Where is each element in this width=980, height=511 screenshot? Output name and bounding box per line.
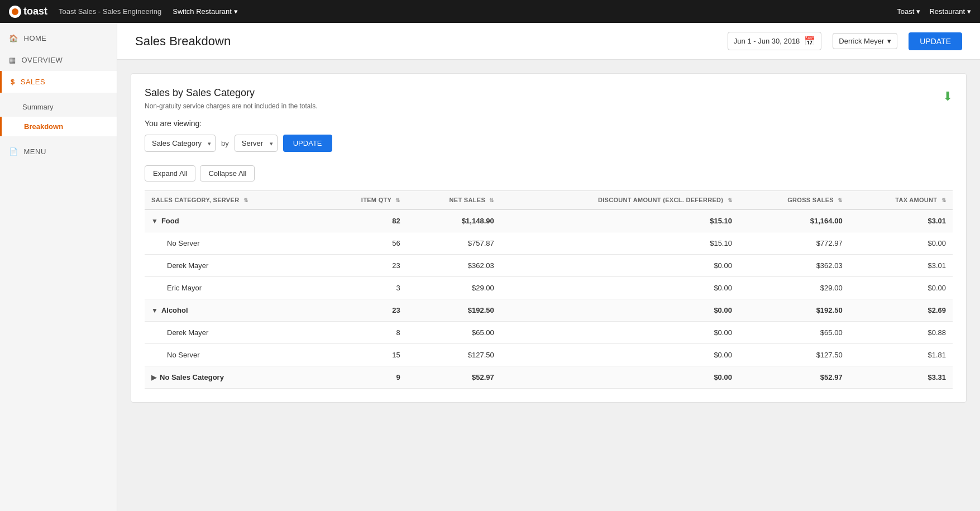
- row-sub-discount: $15.10: [501, 232, 739, 255]
- expand-arrow-icon[interactable]: ▶: [151, 374, 156, 381]
- topnav-right: Toast ▾ Restaurant ▾: [897, 7, 971, 16]
- logo[interactable]: toast: [9, 6, 47, 18]
- sort-icon-net: ⇅: [489, 197, 494, 203]
- row-sub-gross: $29.00: [739, 277, 849, 299]
- table-header-row: SALES CATEGORY, SERVER ⇅ ITEM QTY ⇅ NET …: [145, 191, 953, 210]
- col-header-category[interactable]: SALES CATEGORY, SERVER ⇅: [145, 191, 322, 210]
- page-title: Sales Breakdown: [135, 34, 716, 49]
- by-label: by: [221, 139, 229, 147]
- svg-point-0: [12, 8, 18, 15]
- row-sub-gross: $772.97: [739, 232, 849, 255]
- restaurant-menu-button[interactable]: Restaurant ▾: [929, 7, 971, 16]
- table-row: Derek Mayer 8 $65.00 $0.00 $65.00 $0.88: [145, 322, 953, 344]
- row-qty: 82: [322, 209, 407, 232]
- row-category-name[interactable]: ▼Alcohol: [145, 299, 322, 322]
- row-sub-net: $362.03: [407, 255, 501, 277]
- grid-icon: ▦: [9, 56, 16, 64]
- col-header-tax[interactable]: TAX AMOUNT ⇅: [849, 191, 953, 210]
- sidebar-item-home[interactable]: 🏠 HOME: [0, 27, 117, 49]
- dollar-icon: $: [11, 78, 15, 86]
- app-name: Toast Sales - Sales Engineering: [59, 7, 161, 16]
- sidebar-item-overview[interactable]: ▦ OVERVIEW: [0, 49, 117, 71]
- breakdown-server-select[interactable]: Server: [235, 135, 278, 152]
- calendar-icon: 📅: [804, 36, 815, 46]
- sidebar-item-sales[interactable]: $ SALES: [0, 71, 117, 93]
- row-sub-tax: $0.00: [849, 232, 953, 255]
- row-sub-qty: 8: [322, 322, 407, 344]
- date-picker[interactable]: Jun 1 - Jun 30, 2018 📅: [728, 32, 822, 50]
- download-button[interactable]: ⬇: [943, 89, 953, 104]
- sort-icon-qty: ⇅: [395, 197, 400, 203]
- row-net: $192.50: [407, 299, 501, 322]
- row-sub-discount: $0.00: [501, 344, 739, 366]
- row-sub-qty: 56: [322, 232, 407, 255]
- page-header: Sales Breakdown Jun 1 - Jun 30, 2018 📅 D…: [117, 23, 980, 60]
- collapse-all-button[interactable]: Collapse All: [200, 165, 255, 182]
- row-sub-gross: $127.50: [739, 344, 849, 366]
- row-qty: 9: [322, 366, 407, 389]
- sidebar-item-menu[interactable]: 📄 MENU: [0, 141, 117, 163]
- row-sub-name: No Server: [145, 232, 322, 255]
- row-sub-tax: $1.81: [849, 344, 953, 366]
- download-icon: ⬇: [943, 89, 953, 103]
- expand-all-button[interactable]: Expand All: [145, 165, 195, 182]
- table-row: No Server 15 $127.50 $0.00 $127.50 $1.81: [145, 344, 953, 366]
- card-title: Sales by Sales Category: [145, 87, 318, 99]
- table-row: No Server 56 $757.87 $15.10 $772.97 $0.0…: [145, 232, 953, 255]
- row-sub-name: Derek Mayer: [145, 322, 322, 344]
- date-range-text: Jun 1 - Jun 30, 2018: [734, 37, 800, 45]
- row-category-name[interactable]: ▶No Sales Category: [145, 366, 322, 389]
- topnav: toast Toast Sales - Sales Engineering Sw…: [0, 0, 980, 23]
- row-sub-discount: $0.00: [501, 277, 739, 299]
- row-sub-name: Eric Mayor: [145, 277, 322, 299]
- row-net: $52.97: [407, 366, 501, 389]
- row-sub-net: $65.00: [407, 322, 501, 344]
- row-sub-discount: $0.00: [501, 255, 739, 277]
- row-qty: 23: [322, 299, 407, 322]
- logo-text: toast: [23, 6, 47, 17]
- sort-icon-category: ⇅: [243, 197, 248, 203]
- col-header-gross[interactable]: GROSS SALES ⇅: [739, 191, 849, 210]
- table-row: ▼Food 82 $1,148.90 $15.10 $1,164.00 $3.0…: [145, 209, 953, 232]
- row-net: $1,148.90: [407, 209, 501, 232]
- col-header-discount[interactable]: DISCOUNT AMOUNT (EXCL. DEFERRED) ⇅: [501, 191, 739, 210]
- table-row: Eric Mayor 3 $29.00 $0.00 $29.00 $0.00: [145, 277, 953, 299]
- row-category-name[interactable]: ▼Food: [145, 209, 322, 232]
- sort-icon-tax: ⇅: [941, 197, 946, 203]
- chevron-icon[interactable]: ▼: [151, 217, 158, 225]
- row-sub-gross: $65.00: [739, 322, 849, 344]
- row-sub-tax: $3.01: [849, 255, 953, 277]
- table-row: ▼Alcohol 23 $192.50 $0.00 $192.50 $2.69: [145, 299, 953, 322]
- toast-logo-icon: [9, 6, 21, 18]
- server-select-wrap: Server: [235, 135, 278, 152]
- toast-menu-button[interactable]: Toast ▾: [897, 7, 920, 16]
- row-sub-qty: 15: [322, 344, 407, 366]
- chevron-icon[interactable]: ▼: [151, 307, 158, 314]
- server-filter-select[interactable]: Derrick Meyer ▾: [833, 33, 897, 49]
- card-subtitle: Non-gratuity service charges are not inc…: [145, 102, 318, 110]
- sales-table: SALES CATEGORY, SERVER ⇅ ITEM QTY ⇅ NET …: [145, 190, 953, 389]
- viewing-label: You are viewing:: [145, 119, 953, 128]
- table-row: ▶No Sales Category 9 $52.97 $0.00 $52.97…: [145, 366, 953, 389]
- row-tax: $3.31: [849, 366, 953, 389]
- header-update-button[interactable]: UPDATE: [909, 32, 962, 50]
- sidebar-item-summary[interactable]: Summary: [0, 97, 117, 117]
- row-sub-net: $29.00: [407, 277, 501, 299]
- main-content: Sales Breakdown Jun 1 - Jun 30, 2018 📅 D…: [117, 23, 980, 511]
- row-sub-discount: $0.00: [501, 322, 739, 344]
- filter-update-button[interactable]: UPDATE: [283, 135, 332, 152]
- col-header-net[interactable]: NET SALES ⇅: [407, 191, 501, 210]
- sort-icon-discount: ⇅: [728, 197, 732, 203]
- category-select[interactable]: Sales Category: [145, 135, 216, 152]
- row-discount: $0.00: [501, 299, 739, 322]
- row-gross: $1,164.00: [739, 209, 849, 232]
- col-header-qty[interactable]: ITEM QTY ⇅: [322, 191, 407, 210]
- sales-card: Sales by Sales Category Non-gratuity ser…: [131, 73, 967, 403]
- switch-restaurant-button[interactable]: Switch Restaurant ▾: [173, 7, 238, 16]
- expand-collapse-row: Expand All Collapse All: [145, 165, 953, 182]
- sort-icon-gross: ⇅: [838, 197, 842, 203]
- row-discount: $15.10: [501, 209, 739, 232]
- category-select-wrap: Sales Category: [145, 135, 216, 152]
- row-tax: $3.01: [849, 209, 953, 232]
- sidebar-item-breakdown[interactable]: Breakdown: [0, 117, 117, 136]
